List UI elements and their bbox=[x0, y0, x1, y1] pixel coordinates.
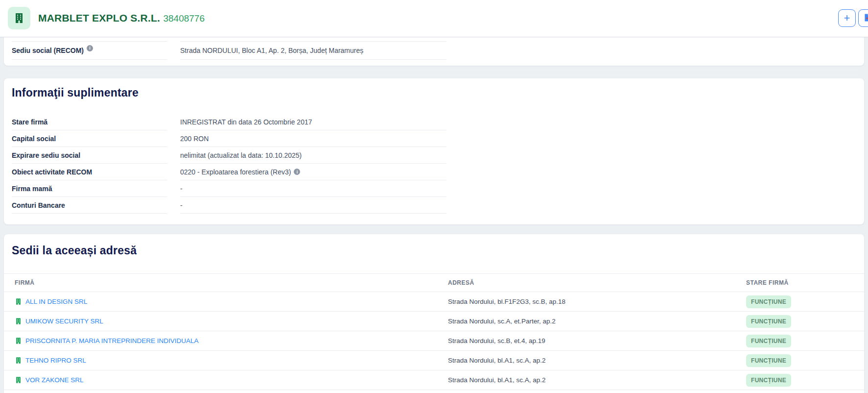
info-row: Stare firmă INREGISTRAT din data 26 Octo… bbox=[4, 114, 864, 130]
status-cell: FUNCȚIUNE bbox=[746, 331, 791, 350]
field-label: Conturi Bancare bbox=[12, 197, 167, 214]
pdf-file-icon bbox=[863, 13, 868, 24]
building-icon bbox=[15, 318, 22, 325]
column-header-firma: FIRMĂ bbox=[15, 274, 35, 292]
status-cell: FUNCȚIUNE bbox=[746, 312, 791, 331]
info-rows: Stare firmă INREGISTRAT din data 26 Octo… bbox=[4, 114, 864, 214]
address-cell: Strada Nordului, sc.A, et.Parter, ap.2 bbox=[448, 312, 556, 331]
field-label: Firma mamă bbox=[12, 180, 167, 197]
status-badge: FUNCȚIUNE bbox=[746, 315, 791, 328]
brand: MARBLET EXPLO S.R.L. 38408776 bbox=[8, 7, 205, 29]
company-cell: PRISCORNITA P. MARIA INTREPRINDERE INDIV… bbox=[15, 331, 199, 350]
company-cell: ALL IN DESIGN SRL bbox=[15, 292, 87, 311]
table-row: TEHNO RIPRO SRL Strada Nordului, bl.A1, … bbox=[4, 351, 864, 370]
field-value: INREGISTRAT din data 26 Octombrie 2017 bbox=[180, 114, 446, 130]
additional-info-card: Informaţii suplimentare Stare firmă INRE… bbox=[4, 78, 864, 224]
address-cell: Strada Nordului, sc.B, et.4, ap.19 bbox=[448, 331, 545, 350]
company-cell: VOR ZAKONE SRL bbox=[15, 370, 84, 390]
field-value: 0220 - Exploatarea forestiera (Rev3) bbox=[180, 164, 446, 180]
pdf-export-button[interactable] bbox=[858, 9, 868, 27]
building-icon bbox=[15, 376, 22, 384]
company-link[interactable]: ALL IN DESIGN SRL bbox=[25, 298, 87, 305]
building-icon bbox=[15, 337, 22, 344]
field-label: Sediu social (RECOM) bbox=[12, 41, 167, 60]
company-link[interactable]: PRISCORNITA P. MARIA INTREPRINDERE INDIV… bbox=[25, 337, 199, 344]
table-row: VOR ZAKONE SRL Strada Nordului, bl.A1, s… bbox=[4, 370, 864, 390]
company-profile-page: { "header": { "company_name": "MARBLET E… bbox=[0, 0, 868, 393]
info-row: Capital social 200 RON bbox=[4, 130, 864, 147]
status-cell: FUNCȚIUNE bbox=[746, 370, 791, 390]
page-title: MARBLET EXPLO S.R.L. bbox=[38, 12, 160, 24]
address-cell: Strada Nordului, bl.A1, sc.A, ap.2 bbox=[448, 370, 546, 390]
status-badge: FUNCȚIUNE bbox=[746, 354, 791, 367]
status-cell: FUNCȚIUNE bbox=[746, 292, 791, 311]
field-label: Capital social bbox=[12, 130, 167, 147]
section-title: Informaţii suplimentare bbox=[12, 86, 139, 99]
company-id: 38408776 bbox=[163, 13, 205, 24]
info-row: Obiect activitate RECOM 0220 - Exploatar… bbox=[4, 164, 864, 180]
company-link[interactable]: UMIKOW SECURITY SRL bbox=[25, 318, 103, 325]
address-cell: Strada Nordului, bl.A1, sc.A, ap.2 bbox=[448, 351, 546, 370]
sticky-header: MARBLET EXPLO S.R.L. 38408776 + bbox=[0, 0, 868, 37]
info-icon[interactable] bbox=[87, 45, 93, 51]
company-cell: TEHNO RIPRO SRL bbox=[15, 351, 86, 370]
field-value: Strada NORDULUI, Bloc A1, Ap. 2, Borșa, … bbox=[180, 41, 446, 60]
building-icon bbox=[15, 298, 22, 305]
field-label: Expirare sediu social bbox=[12, 147, 167, 164]
field-value: 200 RON bbox=[180, 130, 446, 147]
column-header-stare: STARE FIRMĂ bbox=[746, 274, 789, 292]
column-header-adresa: ADRESĂ bbox=[448, 274, 474, 292]
table-body: ALL IN DESIGN SRL Strada Nordului, bl.F1… bbox=[4, 292, 864, 390]
company-cell: UMIKOW SECURITY SRL bbox=[15, 312, 103, 331]
info-row: Expirare sediu social nelimitat (actuali… bbox=[4, 147, 864, 164]
field-label: Stare firmă bbox=[12, 114, 167, 130]
field-value: - bbox=[180, 180, 446, 197]
status-cell: FUNCȚIUNE bbox=[746, 351, 791, 370]
company-link[interactable]: TEHNO RIPRO SRL bbox=[25, 357, 86, 364]
sediu-social-row: Sediu social (RECOM) Strada NORDULUI, Bl… bbox=[4, 41, 864, 60]
status-badge: FUNCȚIUNE bbox=[746, 295, 791, 308]
field-value: - bbox=[180, 197, 446, 214]
status-badge: FUNCȚIUNE bbox=[746, 374, 791, 387]
add-button[interactable]: + bbox=[838, 9, 856, 27]
info-row: Conturi Bancare - bbox=[4, 197, 864, 214]
table-row: PRISCORNITA P. MARIA INTREPRINDERE INDIV… bbox=[4, 331, 864, 351]
company-link[interactable]: VOR ZAKONE SRL bbox=[25, 376, 84, 384]
company-building-icon bbox=[8, 7, 30, 29]
field-label: Obiect activitate RECOM bbox=[12, 164, 167, 180]
table-header: FIRMĂ ADRESĂ STARE FIRMĂ bbox=[4, 273, 864, 292]
address-cell: Strada Nordului, bl.F1F2G3, sc.B, ap.18 bbox=[448, 292, 565, 311]
status-badge: FUNCȚIUNE bbox=[746, 335, 791, 347]
building-icon bbox=[15, 357, 22, 364]
info-icon[interactable] bbox=[294, 169, 300, 175]
section-title: Sedii la aceeași adresă bbox=[12, 244, 137, 257]
info-row: Firma mamă - bbox=[4, 180, 864, 197]
table-row: UMIKOW SECURITY SRL Strada Nordului, sc.… bbox=[4, 312, 864, 331]
same-address-card: Sedii la aceeași adresă FIRMĂ ADRESĂ STA… bbox=[4, 234, 864, 393]
table-row: ALL IN DESIGN SRL Strada Nordului, bl.F1… bbox=[4, 292, 864, 312]
field-value: nelimitat (actualizat la data: 10.10.202… bbox=[180, 147, 446, 164]
